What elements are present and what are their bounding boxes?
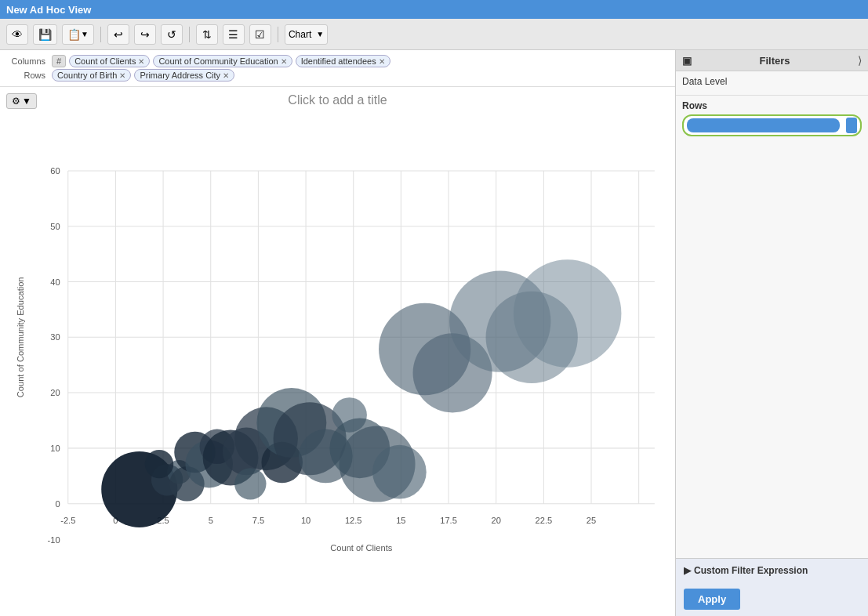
gear-icon: ⚙	[12, 96, 20, 107]
remove-country-icon[interactable]: ✕	[119, 71, 125, 80]
columns-label: Columns	[6, 56, 45, 66]
remove-community-icon[interactable]: ✕	[281, 57, 287, 66]
hash-chip: #	[52, 55, 66, 67]
svg-text:20: 20	[50, 388, 60, 397]
custom-filter-triangle-icon: ▶	[684, 565, 691, 576]
fields-bar: Columns # Count of Clients ✕ Count of Co…	[0, 50, 675, 87]
column-chip-attendees[interactable]: Identified attendees ✕	[296, 55, 390, 67]
svg-text:25: 25	[587, 516, 596, 525]
filters-collapse-btn[interactable]: ⟩	[858, 54, 862, 67]
rows-filter-label: Rows	[682, 100, 862, 111]
chart-title[interactable]: Click to add a title	[6, 93, 669, 107]
y-axis-labels: 60 50 40 30 20 10 0 -10	[48, 166, 60, 545]
rows-slider-fill	[687, 118, 840, 132]
y-axis-title: Count of Community Education	[16, 277, 25, 397]
row-chip-country-label: Country of Birth	[57, 71, 117, 80]
check-btn[interactable]: ☑	[249, 24, 271, 45]
x-axis-title: Count of Clients	[330, 543, 392, 553]
filters-title: Filters	[759, 55, 790, 67]
custom-filter-label: Custom Filter Expression	[694, 565, 808, 576]
toolbar: 👁 💾 📋 ▼ ↩ ↪ ↺ ⇅ ☰ ☑ Chart ▼	[0, 19, 868, 50]
svg-text:10: 10	[50, 444, 60, 453]
save-btn[interactable]: 💾	[33, 24, 57, 45]
sep2	[189, 27, 190, 42]
sep1	[100, 27, 101, 42]
svg-text:30: 30	[50, 332, 60, 342]
svg-text:22.5: 22.5	[536, 516, 553, 525]
svg-text:10: 10	[301, 516, 311, 525]
apply-button[interactable]: Apply	[684, 589, 740, 610]
filters-header: ▣ Filters ⟩	[676, 50, 868, 71]
row-chip-city[interactable]: Primary Address City ✕	[134, 69, 234, 82]
svg-text:50: 50	[50, 222, 60, 231]
column-chip-community[interactable]: Count of Community Education ✕	[153, 55, 292, 67]
svg-text:-2.5: -2.5	[60, 516, 75, 525]
svg-text:-10: -10	[48, 535, 60, 545]
columns-row: Columns # Count of Clients ✕ Count of Co…	[6, 55, 669, 67]
data-level-section: Data Level	[676, 71, 868, 96]
sort-btn[interactable]: ⇅	[196, 24, 218, 45]
refresh-btn[interactable]: ↺	[161, 24, 183, 45]
export-btn[interactable]: 📋 ▼	[62, 24, 94, 45]
row-chip-country[interactable]: Country of Birth ✕	[52, 69, 131, 82]
svg-text:12.5: 12.5	[345, 516, 362, 525]
svg-text:5: 5	[209, 516, 213, 525]
bubble-4	[145, 450, 173, 478]
custom-filter-header[interactable]: ▶ Custom Filter Expression	[676, 559, 868, 582]
redo-btn[interactable]: ↪	[134, 24, 156, 45]
gear-button[interactable]: ⚙ ▼	[6, 93, 37, 109]
svg-text:60: 60	[50, 166, 60, 176]
rows-row: Rows Country of Birth ✕ Primary Address …	[6, 69, 669, 82]
main-layout: Columns # Count of Clients ✕ Count of Co…	[0, 50, 868, 616]
bubble-chart-svg: 60 50 40 30 20 10 0 -10 -2.5 0 2.5 5 7.5…	[13, 111, 663, 588]
filters-panel: ▣ Filters ⟩ Data Level Rows ▶ Custom Fil…	[676, 50, 868, 616]
svg-text:17.5: 17.5	[440, 516, 457, 525]
app-title: New Ad Hoc View	[6, 4, 91, 16]
chart-type-select[interactable]: Chart ▼	[285, 24, 328, 45]
bubble-25	[514, 259, 621, 367]
remove-city-icon[interactable]: ✕	[223, 71, 229, 80]
svg-text:0: 0	[55, 499, 60, 509]
data-level-label: Data Level	[682, 76, 862, 87]
svg-text:15: 15	[396, 516, 405, 525]
chart-canvas-wrapper: ⚙ ▼ Click to add a title	[0, 87, 675, 616]
view-btn[interactable]: 👁	[6, 24, 28, 45]
chart-dropdown-arrow: ▼	[316, 30, 324, 38]
bubble-20	[372, 445, 427, 499]
rows-filter-section: Rows	[676, 96, 868, 332]
remove-clients-icon[interactable]: ✕	[138, 57, 144, 66]
svg-text:7.5: 7.5	[252, 516, 264, 525]
layout-btn[interactable]: ☰	[223, 24, 245, 45]
bubble-11	[234, 468, 266, 499]
title-bar: New Ad Hoc View	[0, 0, 868, 19]
rows-slider-handle[interactable]	[846, 118, 857, 133]
chart-type-label: Chart	[289, 29, 311, 40]
filters-icon: ▣	[682, 55, 692, 67]
gear-dropdown-arrow: ▼	[22, 96, 31, 107]
column-chip-attendees-label: Identified attendees	[301, 56, 376, 66]
undo-btn[interactable]: ↩	[107, 24, 129, 45]
column-chip-clients[interactable]: Count of Clients ✕	[69, 55, 150, 67]
custom-filter-section: ▶ Custom Filter Expression Apply	[676, 558, 868, 616]
sep3	[278, 27, 278, 42]
rows-slider-container[interactable]	[682, 114, 862, 136]
remove-attendees-icon[interactable]: ✕	[379, 57, 385, 66]
row-chip-city-label: Primary Address City	[140, 71, 220, 80]
rows-label: Rows	[6, 71, 45, 80]
chart-area: Columns # Count of Clients ✕ Count of Co…	[0, 50, 676, 616]
column-chip-clients-label: Count of Clients	[74, 56, 136, 66]
svg-text:40: 40	[50, 277, 60, 287]
column-chip-community-label: Count of Community Education	[158, 56, 278, 66]
svg-text:20: 20	[492, 516, 501, 525]
